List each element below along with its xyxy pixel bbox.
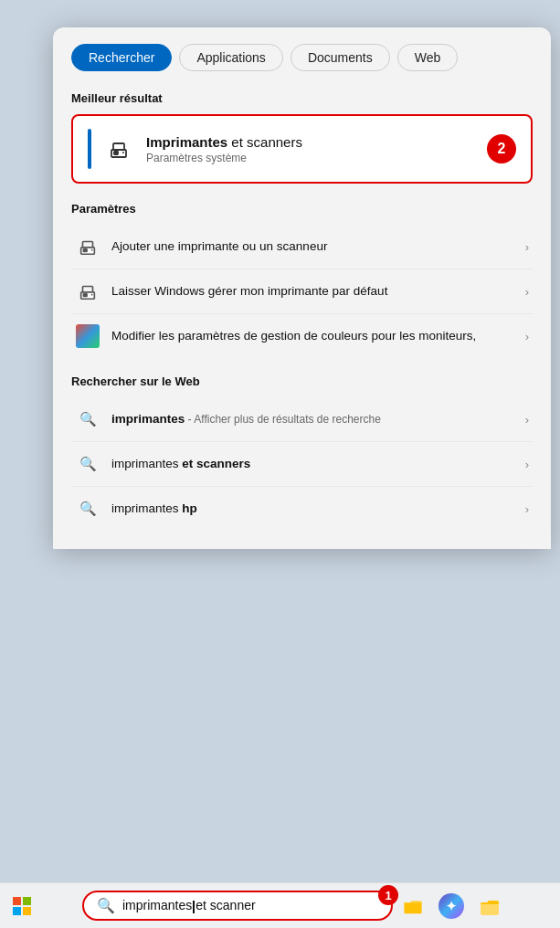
step-badge-1: 1	[378, 885, 398, 905]
folder-icon	[403, 896, 423, 916]
chevron-icon-web-2: ›	[525, 458, 529, 471]
web-text-imprimantes-hp: imprimantes hp	[111, 501, 514, 518]
taskbar-files-icon[interactable]	[471, 888, 508, 924]
params-header: Paramètres	[71, 202, 533, 216]
param-text-add-printer: Ajouter une imprimante ou un scanneur	[111, 238, 514, 256]
taskbar-search-bar[interactable]: 🔍 imprimanteset scanner 1	[82, 891, 393, 921]
tab-applications[interactable]: Applications	[179, 44, 283, 71]
search-loop-icon-1: 🔍	[75, 406, 100, 432]
svg-point-3	[122, 152, 124, 153]
printer-icon-default	[75, 279, 100, 304]
tab-documents[interactable]: Documents	[291, 44, 390, 71]
best-result-header: Meilleur résultat	[71, 91, 533, 105]
svg-point-6	[91, 249, 93, 251]
tab-rechercher[interactable]: Rechercher	[71, 44, 172, 71]
svg-rect-11	[481, 902, 499, 915]
best-result-subtitle: Paramètres système	[146, 152, 476, 164]
param-item-add-printer[interactable]: Ajouter une imprimante ou un scanneur ›	[71, 225, 533, 269]
taskbar-search-text: imprimanteset scanner	[122, 898, 378, 912]
tab-web[interactable]: Web	[397, 44, 459, 71]
windows-logo-icon	[13, 897, 31, 915]
text-cursor	[193, 901, 195, 913]
best-result-card[interactable]: Imprimantes et scanners Paramètres systè…	[71, 114, 533, 184]
chevron-icon-add-printer: ›	[525, 240, 529, 254]
chevron-icon-default-printer: ›	[525, 285, 529, 299]
taskbar: 🔍 imprimanteset scanner 1 ✦	[0, 882, 560, 928]
taskbar-copilot-icon[interactable]: ✦	[433, 888, 470, 924]
param-item-default-printer[interactable]: Laisser Windows gérer mon imprimante par…	[71, 269, 533, 314]
params-section: Paramètres Ajouter une imprimante ou un …	[71, 202, 533, 358]
blue-accent-bar	[88, 129, 91, 169]
best-result-title: Imprimantes et scanners	[146, 134, 476, 150]
search-loop-icon-2: 🔍	[75, 451, 100, 477]
web-item-imprimantes-hp[interactable]: 🔍 imprimantes hp ›	[71, 487, 533, 531]
search-loop-icon-3: 🔍	[75, 496, 100, 522]
best-result-info: Imprimantes et scanners Paramètres systè…	[146, 134, 476, 164]
web-text-imprimantes-scanners: imprimantes et scanners	[111, 456, 514, 473]
svg-rect-5	[83, 249, 87, 252]
web-item-imprimantes[interactable]: 🔍 imprimantes - Afficher plus de résulta…	[71, 397, 533, 442]
color-monitor-icon	[75, 323, 100, 349]
web-section: Rechercher sur le Web 🔍 imprimantes - Af…	[71, 374, 533, 531]
search-popup: Rechercher Applications Documents Web Me…	[53, 27, 551, 549]
filter-tabs: Rechercher Applications Documents Web	[71, 44, 533, 71]
svg-point-9	[91, 294, 93, 296]
svg-rect-1	[114, 152, 118, 154]
web-search-header: Rechercher sur le Web	[71, 374, 533, 388]
files-explorer-icon	[479, 895, 501, 917]
printer-icon-add	[75, 234, 100, 259]
svg-rect-10	[404, 902, 421, 912]
taskbar-search-icon: 🔍	[97, 897, 115, 914]
step-badge-2: 2	[487, 134, 516, 163]
param-text-color: Modifier les paramètres de gestion de co…	[111, 328, 514, 345]
printer-icon	[102, 132, 135, 165]
copilot-logo: ✦	[438, 893, 464, 919]
param-text-default-printer: Laisser Windows gérer mon imprimante par…	[111, 283, 514, 301]
chevron-icon-web-1: ›	[525, 413, 529, 427]
web-item-imprimantes-scanners[interactable]: 🔍 imprimantes et scanners ›	[71, 442, 533, 487]
param-item-color[interactable]: Modifier les paramètres de gestion de co…	[71, 314, 533, 358]
taskbar-icon-placeholder1[interactable]	[395, 888, 431, 924]
chevron-icon-web-3: ›	[525, 502, 529, 516]
web-text-imprimantes: imprimantes - Afficher plus de résultats…	[111, 411, 514, 428]
svg-rect-8	[83, 294, 87, 297]
chevron-icon-color: ›	[525, 330, 529, 343]
start-button[interactable]	[4, 888, 40, 924]
